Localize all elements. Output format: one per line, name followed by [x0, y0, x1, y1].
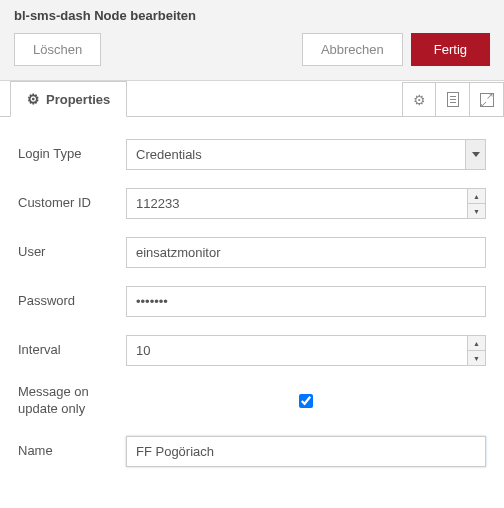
- label-name: Name: [18, 443, 126, 460]
- row-customer-id: Customer ID ▲ ▼: [18, 188, 486, 219]
- field-customer-id: ▲ ▼: [126, 188, 486, 219]
- properties-form: Login Type Credentials Customer ID ▲ ▼ U…: [0, 117, 504, 507]
- row-name: Name: [18, 436, 486, 467]
- field-password: [126, 286, 486, 317]
- dialog-title: bl-sms-dash Node bearbeiten: [14, 8, 490, 23]
- field-user: [126, 237, 486, 268]
- label-interval: Interval: [18, 342, 126, 359]
- node-description-button[interactable]: [436, 82, 470, 117]
- field-login-type: Credentials: [126, 139, 486, 170]
- tab-properties[interactable]: Properties: [10, 81, 127, 117]
- editor-header: bl-sms-dash Node bearbeiten Löschen Abbr…: [0, 0, 504, 81]
- spinner-down[interactable]: ▼: [467, 351, 485, 365]
- gear-icon: [27, 91, 40, 107]
- tab-bar: Properties: [0, 80, 504, 117]
- header-right-group: Abbrechen Fertig: [302, 33, 490, 66]
- interval-input[interactable]: [126, 335, 486, 366]
- gear-icon: [413, 92, 426, 108]
- message-update-checkbox[interactable]: [299, 394, 313, 408]
- password-input[interactable]: [126, 286, 486, 317]
- name-input[interactable]: [126, 436, 486, 467]
- node-appearance-button[interactable]: [470, 82, 504, 117]
- spinner-down[interactable]: ▼: [467, 204, 485, 218]
- done-button[interactable]: Fertig: [411, 33, 490, 66]
- label-message-update: Message on update only: [18, 384, 126, 418]
- label-customer-id: Customer ID: [18, 195, 126, 212]
- customer-id-spinner: ▲ ▼: [467, 189, 485, 218]
- spinner-up[interactable]: ▲: [467, 189, 485, 204]
- delete-button[interactable]: Löschen: [14, 33, 101, 66]
- spinner-up[interactable]: ▲: [467, 336, 485, 351]
- document-icon: [447, 92, 459, 107]
- cancel-button[interactable]: Abbrechen: [302, 33, 403, 66]
- label-password: Password: [18, 293, 126, 310]
- field-message-update: [126, 394, 486, 408]
- row-password: Password: [18, 286, 486, 317]
- user-input[interactable]: [126, 237, 486, 268]
- interval-spinner: ▲ ▼: [467, 336, 485, 365]
- tab-icon-group: [402, 81, 504, 116]
- login-type-select[interactable]: Credentials: [126, 139, 486, 170]
- tab-label: Properties: [46, 92, 110, 107]
- label-login-type: Login Type: [18, 146, 126, 163]
- node-settings-button[interactable]: [402, 82, 436, 117]
- row-user: User: [18, 237, 486, 268]
- row-interval: Interval ▲ ▼: [18, 335, 486, 366]
- label-user: User: [18, 244, 126, 261]
- field-name: [126, 436, 486, 467]
- header-buttons: Löschen Abbrechen Fertig: [14, 33, 490, 66]
- row-login-type: Login Type Credentials: [18, 139, 486, 170]
- expand-icon: [480, 93, 494, 107]
- customer-id-input[interactable]: [126, 188, 486, 219]
- field-interval: ▲ ▼: [126, 335, 486, 366]
- row-message-update: Message on update only: [18, 384, 486, 418]
